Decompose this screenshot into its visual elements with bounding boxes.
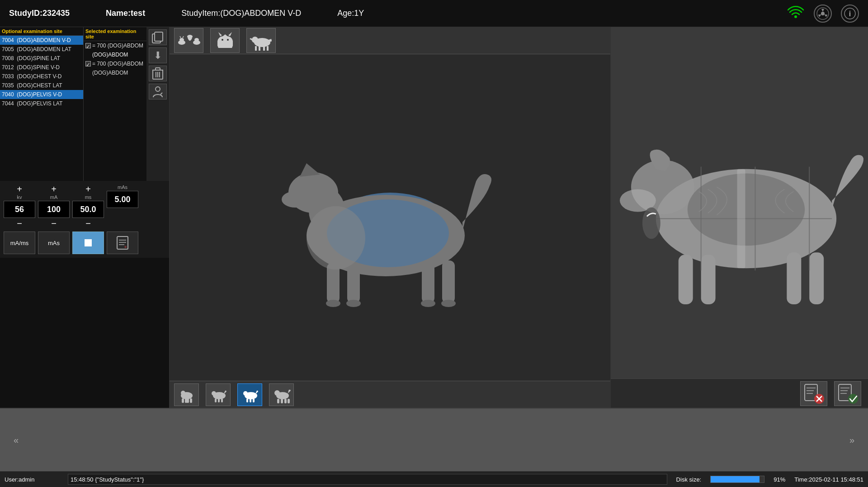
svg-rect-69 bbox=[281, 399, 283, 403]
header: StudyID:232435 Name:test StudyItem:(DOG)… bbox=[0, 0, 868, 27]
svg-rect-54 bbox=[187, 398, 189, 403]
person-icon-button[interactable] bbox=[149, 84, 167, 99]
list-item[interactable]: 7044 (DOG)PELVIS LAT bbox=[0, 99, 83, 108]
svg-point-12 bbox=[156, 87, 160, 91]
selected-item[interactable]: (DOG)ABDOM bbox=[84, 50, 146, 59]
selected-item[interactable]: (DOG)ABDOM bbox=[84, 68, 146, 77]
mas-value: 5.00 bbox=[107, 191, 138, 208]
mode-square[interactable] bbox=[72, 232, 104, 254]
info-icon[interactable]: i bbox=[841, 5, 859, 23]
svg-point-28 bbox=[227, 39, 229, 41]
ma-plus[interactable]: + bbox=[51, 184, 57, 194]
kv-plus[interactable]: + bbox=[17, 184, 22, 194]
mode-report[interactable]: ≡ bbox=[107, 232, 138, 254]
svg-rect-65 bbox=[253, 398, 255, 402]
list-item[interactable]: 7040 (DOG)PELVIS V-D bbox=[0, 90, 83, 99]
center-panel bbox=[170, 27, 610, 408]
kv-minus[interactable]: − bbox=[17, 219, 22, 228]
svg-text:i: i bbox=[849, 10, 851, 18]
thumbnail-strip: « » bbox=[0, 408, 868, 471]
svg-rect-58 bbox=[215, 398, 217, 402]
mode-ma-ms[interactable]: mA/ms bbox=[4, 232, 35, 254]
selected-item[interactable]: ✓ = 700 (DOG)ABDOM bbox=[84, 59, 146, 68]
view-side-large[interactable] bbox=[269, 383, 294, 406]
mode-mas[interactable]: mAs bbox=[38, 232, 70, 254]
svg-point-24 bbox=[187, 35, 193, 38]
list-item[interactable]: 7033 (DOG)CHEST V-D bbox=[0, 72, 83, 81]
xray-svg bbox=[611, 27, 868, 378]
main-area: Optional examination site 7004 (DOG)ABDO… bbox=[0, 27, 868, 408]
svg-rect-76 bbox=[679, 255, 693, 304]
svg-rect-63 bbox=[246, 398, 248, 402]
svg-point-44 bbox=[326, 300, 340, 307]
item-label: (DOG)ABDOM bbox=[92, 52, 128, 58]
view-top[interactable] bbox=[237, 383, 262, 406]
item-checkbox[interactable]: ✓ bbox=[85, 43, 91, 48]
svg-rect-34 bbox=[267, 46, 269, 51]
svg-point-57 bbox=[212, 391, 216, 396]
svg-point-26 bbox=[194, 38, 199, 42]
wifi-icon bbox=[787, 5, 805, 23]
svg-rect-33 bbox=[263, 46, 265, 51]
svg-rect-11 bbox=[156, 68, 160, 70]
dog-anatomy-view[interactable] bbox=[170, 54, 610, 381]
ms-value[interactable]: 50.0 bbox=[72, 201, 104, 218]
svg-rect-52 bbox=[182, 398, 184, 403]
multi-animal-button[interactable] bbox=[174, 28, 203, 53]
dog-standing-button[interactable] bbox=[246, 28, 276, 53]
svg-rect-64 bbox=[250, 398, 251, 402]
svg-line-22 bbox=[180, 36, 181, 38]
strip-nav-left[interactable]: « bbox=[9, 435, 23, 445]
ma-value[interactable]: 100 bbox=[38, 201, 70, 218]
svg-rect-41 bbox=[347, 263, 360, 303]
patient-name: Name:test bbox=[106, 9, 145, 18]
svg-point-62 bbox=[243, 391, 248, 396]
selected-exam-list: Selected examination site ✓ = 700 (DOG)A… bbox=[84, 27, 146, 181]
ms-minus[interactable]: − bbox=[85, 219, 91, 228]
mas-label: mAs bbox=[118, 184, 127, 190]
svg-point-27 bbox=[222, 39, 223, 41]
ms-plus[interactable]: + bbox=[85, 184, 91, 194]
view-side-small[interactable] bbox=[206, 383, 231, 406]
arrow-down-button[interactable]: ⬇ bbox=[149, 47, 167, 63]
kv-value[interactable]: 56 bbox=[4, 201, 35, 218]
patient-age: Age:1Y bbox=[337, 9, 364, 18]
ms-group: + ms 50.0 − bbox=[72, 184, 104, 228]
xray-view bbox=[611, 27, 868, 378]
svg-rect-55 bbox=[190, 398, 192, 403]
svg-rect-14 bbox=[85, 239, 92, 246]
selected-item[interactable]: ✓ = 700 (DOG)ABDOM bbox=[84, 41, 146, 50]
svg-line-23 bbox=[183, 36, 184, 38]
ma-minus[interactable]: − bbox=[51, 219, 57, 228]
svg-point-67 bbox=[274, 390, 280, 396]
svg-point-86 bbox=[642, 207, 660, 239]
list-item[interactable]: 7012 (DOG)SPINE V-D bbox=[0, 63, 83, 72]
animal-type-selector bbox=[170, 27, 610, 54]
list-item[interactable]: 7008 (DOG)SPINE LAT bbox=[0, 54, 83, 63]
strip-nav-right[interactable]: » bbox=[845, 435, 859, 445]
radiation-icon[interactable] bbox=[814, 5, 832, 23]
svg-rect-60 bbox=[221, 398, 223, 402]
delete-button[interactable] bbox=[149, 66, 167, 81]
item-label: (DOG)ABDOM bbox=[92, 70, 128, 76]
mode-row: mA/ms mAs ≡ bbox=[4, 232, 165, 254]
ms-label: ms bbox=[85, 194, 92, 200]
item-checkbox[interactable]: ✓ bbox=[85, 61, 91, 66]
status-user: User:admin bbox=[5, 476, 59, 483]
view-front-small[interactable] bbox=[174, 383, 199, 406]
disk-percent: 91% bbox=[774, 476, 785, 483]
list-item[interactable]: 7004 (DOG)ABDOMEN V-D bbox=[0, 36, 83, 45]
list-item[interactable]: 7035 (DOG)CHEST LAT bbox=[0, 81, 83, 90]
svg-rect-78 bbox=[787, 252, 801, 304]
reject-button[interactable] bbox=[800, 381, 827, 406]
svg-rect-31 bbox=[255, 46, 257, 51]
list-item[interactable]: 7005 (DOG)ABDOMEN LAT bbox=[0, 45, 83, 54]
svg-rect-43 bbox=[442, 260, 455, 303]
svg-point-39 bbox=[282, 191, 309, 208]
ma-group: + mA 100 − bbox=[38, 184, 70, 228]
svg-rect-79 bbox=[809, 252, 824, 304]
cat-button[interactable] bbox=[210, 28, 240, 53]
accept-button[interactable] bbox=[834, 381, 861, 406]
svg-text:≡: ≡ bbox=[124, 245, 127, 249]
copy-button[interactable] bbox=[149, 29, 167, 45]
